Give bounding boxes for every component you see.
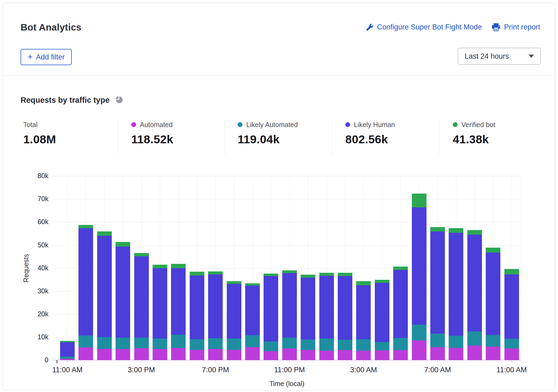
chart-bar[interactable] (338, 273, 352, 360)
chart-bar[interactable] (375, 280, 389, 360)
bar-segment-likely-human (338, 276, 352, 340)
bar-segment-automated (153, 349, 167, 360)
bar-segment-verified-bot (449, 228, 463, 233)
bar-segment-likely-automated (301, 340, 315, 350)
y-axis-tick-label: 20k (24, 310, 48, 318)
bar-segment-automated (449, 348, 463, 360)
bar-segment-likely-automated (467, 331, 482, 345)
gridline-horizontal (53, 176, 521, 176)
bar-segment-automated (282, 348, 297, 360)
bar-segment-likely-human (208, 274, 223, 338)
chart-bar[interactable] (60, 341, 75, 360)
chart-bar[interactable] (264, 274, 278, 360)
x-axis-tick-label: 7:00 AM (411, 366, 465, 374)
gridline-vertical (521, 176, 521, 360)
y-axis-tick-label: 0 (24, 356, 48, 364)
bar-segment-likely-human (412, 207, 426, 325)
bar-segment-likely-human (134, 256, 149, 337)
bar-segment-likely-human (190, 275, 204, 340)
bar-segment-likely-automated (412, 325, 426, 340)
chart-bar[interactable] (504, 269, 519, 360)
bar-segment-verified-bot (412, 194, 426, 207)
gridline-horizontal (53, 222, 521, 222)
chart-bar[interactable] (412, 194, 426, 360)
bar-segment-verified-bot (430, 227, 445, 231)
bar-segment-likely-automated (375, 342, 389, 350)
chart-bar[interactable] (171, 264, 186, 360)
bar-segment-likely-automated (504, 339, 519, 349)
x-axis-tick (141, 360, 142, 363)
bar-segment-automated (134, 348, 149, 360)
bar-segment-likely-human (486, 253, 500, 335)
bar-segment-automated (171, 348, 186, 360)
bar-segment-verified-bot (467, 230, 482, 235)
chart-bar[interactable] (449, 228, 463, 360)
chart-bar[interactable] (393, 267, 408, 360)
chart-bar[interactable] (430, 227, 445, 360)
bar-segment-verified-bot (227, 281, 241, 284)
bar-segment-likely-automated (245, 335, 260, 347)
bar-segment-automated (245, 347, 260, 360)
x-axis-tick-label: 3:00 PM (114, 366, 169, 374)
x-axis-tick (437, 360, 438, 363)
chart-bar[interactable] (356, 281, 371, 360)
bar-segment-verified-bot (301, 275, 315, 278)
chart-bar[interactable] (486, 248, 500, 360)
bar-segment-verified-bot (282, 270, 297, 273)
bar-segment-automated (319, 351, 334, 360)
bar-segment-verified-bot (134, 253, 149, 256)
chart-bar[interactable] (467, 230, 482, 360)
bar-segment-verified-bot (78, 225, 93, 228)
bar-segment-automated (430, 347, 445, 360)
bar-segment-likely-automated (486, 335, 500, 347)
bar-segment-automated (116, 349, 130, 360)
x-axis-tick-label: 7:00 PM (188, 366, 242, 374)
chart-bar[interactable] (97, 231, 112, 360)
bar-segment-likely-automated (338, 340, 352, 350)
bar-segment-likely-automated (190, 339, 204, 350)
chart-bar[interactable] (116, 242, 130, 360)
bar-segment-likely-automated (208, 338, 223, 349)
bar-segment-likely-human (171, 268, 186, 335)
bar-segment-likely-human (375, 283, 389, 342)
y-axis-tick-label: 80k (24, 172, 48, 180)
chart-bar[interactable] (319, 273, 334, 360)
chart-bar[interactable] (245, 283, 260, 360)
bar-segment-automated (78, 347, 93, 360)
bar-segment-verified-bot (375, 280, 389, 283)
chart-bar[interactable] (78, 225, 93, 360)
bot-analytics-card: Bot Analytics Configure Super Bot Fight … (3, 3, 555, 390)
y-axis-title: Requests (22, 241, 30, 295)
chart-bar[interactable] (227, 281, 241, 360)
bar-segment-likely-human (264, 276, 278, 341)
bar-segment-verified-bot (245, 283, 260, 286)
bar-segment-automated (467, 346, 482, 360)
bar-segment-likely-automated (319, 338, 334, 351)
bar-segment-verified-bot (319, 273, 334, 275)
chart-bar[interactable] (282, 270, 297, 360)
bar-segment-verified-bot (190, 272, 204, 275)
bar-segment-verified-bot (153, 265, 167, 268)
chart-bar[interactable] (153, 265, 167, 360)
requests-by-traffic-type-chart: 010k20k30k40k50k60k70k80k11:00 AM3:00 PM… (3, 3, 555, 390)
bar-segment-likely-human (153, 268, 167, 338)
bar-segment-likely-human (227, 284, 241, 338)
bar-segment-likely-automated (171, 335, 186, 348)
bar-segment-likely-human (282, 273, 297, 337)
x-axis-tick (67, 360, 68, 363)
bar-segment-verified-bot (208, 271, 223, 275)
bar-segment-likely-automated (282, 338, 297, 348)
bar-segment-likely-human (60, 342, 75, 357)
chart-bar[interactable] (208, 271, 223, 360)
chart-bar[interactable] (190, 272, 204, 360)
bar-segment-likely-human (449, 233, 463, 335)
bar-segment-automated (227, 350, 241, 360)
bar-segment-likely-human (78, 228, 93, 335)
bar-segment-automated (486, 347, 500, 360)
x-axis-tick-label: 11:00 AM (40, 366, 94, 374)
chart-bar[interactable] (301, 275, 315, 360)
gridline-horizontal (53, 199, 521, 199)
bar-segment-likely-automated (393, 338, 408, 350)
chart-bar[interactable] (134, 253, 149, 360)
bar-segment-automated (412, 340, 426, 360)
